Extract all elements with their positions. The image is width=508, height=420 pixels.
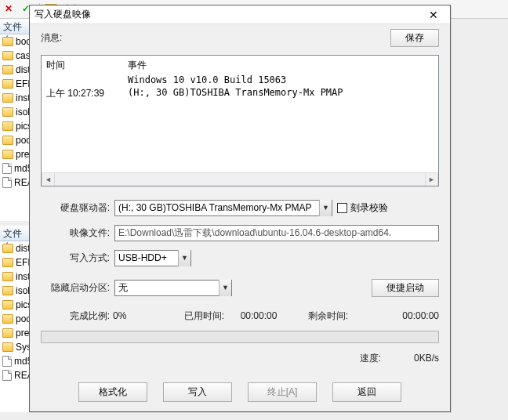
list-header: 文件名 [0,19,31,34]
image-path-field[interactable]: E:\Download\迅雷下载\download\ubuntu-16.04.6… [114,225,439,241]
log-row: 上午 10:27:39(H:, 30 GB)TOSHIBA TransMemor… [46,86,434,101]
horizontal-scrollbar[interactable]: ◄ ► [42,172,438,186]
list-item[interactable]: pres [0,326,31,340]
elapsed-value: 00:00:00 [227,310,290,321]
image-label: 映像文件: [41,226,110,240]
folder-icon [2,79,13,89]
elapsed-label: 已用时间: [169,310,224,323]
write-disk-image-dialog: 写入硬盘映像 ✕ 消息: 保存 时间 事件 Windows 10 v10.0 B… [29,5,451,412]
folder-icon [2,258,13,267]
close-icon: ✕ [5,3,17,16]
file-icon [2,163,12,174]
scroll-left-arrow[interactable]: ◄ [42,173,55,186]
write-button[interactable]: 写入 [163,382,232,402]
progress-bar [41,331,439,343]
scroll-right-arrow[interactable]: ► [425,173,438,186]
save-button[interactable]: 保存 [390,29,439,47]
list-item[interactable]: isol [0,284,31,298]
list-item[interactable]: inst [0,270,31,284]
log-box: 时间 事件 Windows 10 v10.0 Build 15063上午 10:… [41,55,439,186]
drive-combo[interactable]: (H:, 30 GB)TOSHIBA TransMemory-Mx PMAP ▼ [114,200,332,216]
abort-button: 终止[A] [248,382,317,402]
message-label: 消息: [41,31,390,45]
list-item[interactable]: md5s [0,161,31,176]
bg-file-list-top: 文件名 bootcaspdistEFIinstisolpicspoolpresm… [0,19,31,221]
folder-icon [2,150,13,159]
verify-checkbox[interactable]: 刻录校验 [337,201,388,215]
write-mode-label: 写入方式: [41,252,110,265]
folder-icon [2,51,13,60]
drive-label: 硬盘驱动器: [41,201,110,215]
folder-icon [2,37,13,46]
folder-icon [2,272,13,281]
folder-icon [2,136,13,145]
list-item[interactable]: EFI [0,77,31,91]
progress-value: 0% [113,310,166,321]
list-item[interactable]: pics [0,298,31,312]
list-item[interactable]: isol [0,105,31,119]
folder-icon [2,93,13,103]
hide-boot-combo[interactable]: 无 ▼ [114,280,232,296]
list-item[interactable]: READ [0,368,31,382]
folder-icon [2,342,13,352]
bg-file-list-bottom: 文件名 distEFIinstisolpicspoolpresSystmd5sR… [0,226,31,412]
back-button[interactable]: 返回 [332,382,401,402]
folder-icon [2,65,13,74]
titlebar: 写入硬盘映像 ✕ [30,5,450,24]
file-icon [2,370,12,381]
write-mode-combo[interactable]: USB-HDD+ ▼ [114,250,191,266]
list-item[interactable]: pres [0,147,31,161]
format-button[interactable]: 格式化 [78,382,147,402]
file-icon [2,356,12,367]
list-item[interactable]: Syst [0,340,31,354]
remaining-value: 00:00:00 [351,310,439,321]
chevron-down-icon: ▼ [319,200,332,216]
list-item[interactable]: pool [0,133,31,147]
close-button[interactable]: ✕ [422,9,445,21]
file-icon [2,177,12,188]
list-item[interactable]: md5s [0,354,31,368]
verify-label: 刻录校验 [350,201,388,215]
log-row: Windows 10 v10.0 Build 15063 [46,74,434,86]
list-item[interactable]: READ [0,176,31,190]
portable-boot-button[interactable]: 便捷启动 [372,279,439,297]
checkbox-box [337,203,347,213]
speed-label: 速度: [360,352,381,365]
list-item[interactable]: pool [0,312,31,326]
folder-icon [2,300,13,310]
progress-label: 完成比例: [41,310,110,323]
list-item[interactable]: pics [0,119,31,133]
hide-boot-label: 隐藏启动分区: [41,281,110,295]
folder-icon [2,286,13,295]
log-header-event: 事件 [128,59,147,72]
list-item[interactable]: inst [0,91,31,105]
folder-icon [2,314,13,324]
list-item[interactable]: dist [0,63,31,77]
chevron-down-icon: ▼ [178,250,190,266]
speed-value: 0KB/s [384,353,439,364]
dialog-title: 写入硬盘映像 [34,8,422,21]
folder-icon [2,328,13,338]
folder-icon [2,107,13,117]
remaining-label: 剩余时间: [293,310,348,323]
folder-icon [2,244,13,253]
log-header-time: 时间 [46,59,128,72]
list-header: 文件名 [0,226,31,241]
list-item[interactable]: casp [0,49,31,63]
folder-icon [2,121,13,131]
chevron-down-icon: ▼ [219,280,231,296]
list-item[interactable]: EFI [0,255,31,270]
